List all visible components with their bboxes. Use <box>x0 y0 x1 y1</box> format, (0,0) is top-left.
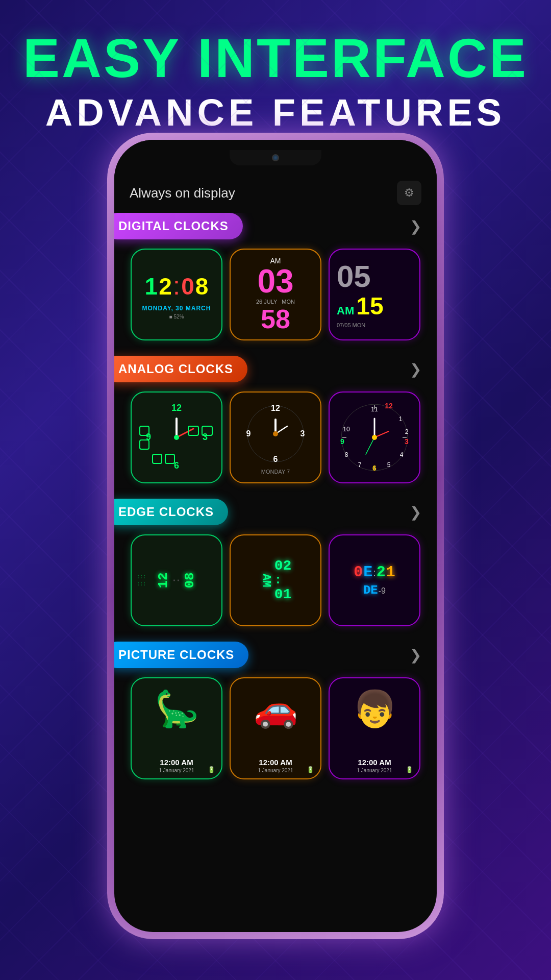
picture-clock-1-display: 🦕 12:00 AM 1 January 2021 🔋 <box>132 678 221 778</box>
edge-2-dot1: : <box>274 574 292 586</box>
screen-content: DIGITAL CLOCKS ❯ 1 2 : 0 <box>114 213 437 932</box>
d1-min-tens: 0 <box>181 273 194 300</box>
edge-3-colon: : <box>373 567 376 579</box>
d1-hour-tens: 1 <box>145 273 158 300</box>
svg-text:12: 12 <box>171 403 181 413</box>
analog-clock-2-svg: 12 3 6 9 MONDAY 7 <box>236 398 315 477</box>
analog-clock-2[interactable]: 12 3 6 9 MONDAY 7 <box>230 391 321 483</box>
picture-3-battery: 🔋 <box>406 766 413 773</box>
picture-clock-1[interactable]: 🦕 12:00 AM 1 January 2021 🔋 <box>131 677 222 779</box>
phone-outer: Always on display ⚙ DIGITAL CLOCKS ❯ <box>107 133 444 939</box>
svg-text:7: 7 <box>358 461 361 469</box>
picture-clock-grid: 🦕 12:00 AM 1 January 2021 🔋 🚗 12:00 AM <box>124 677 427 779</box>
screen-header: Always on display ⚙ <box>114 176 437 213</box>
svg-text:11: 11 <box>371 406 378 413</box>
d3-ampm-row: AM 15 <box>337 292 384 320</box>
edge-1-hour: 12 <box>157 572 170 588</box>
screen-title: Always on display <box>130 185 235 201</box>
edge-1-s2: ::: <box>137 581 146 587</box>
picture-3-time: 12:00 AM <box>358 758 391 767</box>
d2-hour: 03 <box>257 265 293 298</box>
svg-text:1: 1 <box>398 415 402 423</box>
edge-1-sidebar: ::: ::: <box>137 574 146 587</box>
picture-2-battery: 🔋 <box>307 766 314 773</box>
edge-3-d1: DE <box>363 583 378 597</box>
digital-clock-1[interactable]: 1 2 : 0 8 MONDAY, 30 MARCH ■ 52% <box>131 249 222 340</box>
badge-edge[interactable]: EDGE CLOCKS <box>114 499 228 525</box>
edge-2-min: 01 <box>274 587 292 602</box>
category-edge: EDGE CLOCKS ❯ 12 : 08 <box>124 499 427 626</box>
picture-clock-2-display: 🚗 12:00 AM 1 January 2021 🔋 <box>231 678 320 778</box>
picture-2-emoji: 🚗 <box>245 681 306 737</box>
svg-text:4: 4 <box>399 451 403 458</box>
edge-3-h1: 0 <box>354 564 363 581</box>
svg-text:10: 10 <box>343 426 350 433</box>
edge-1-s1: ::: <box>137 574 146 580</box>
svg-point-22 <box>273 431 278 436</box>
edge-clock-3[interactable]: 0 E : 2 1 DE -9 <box>329 534 420 626</box>
phone-mockup: Always on display ⚙ DIGITAL CLOCKS ❯ <box>107 133 444 939</box>
header-title-main: EASY INTERFACE <box>0 31 551 86</box>
analog-clock-grid: 12 3 6 9 <box>124 391 427 483</box>
picture-clock-3[interactable]: 👦 12:00 AM 1 January 2021 🔋 <box>329 677 420 779</box>
category-picture: PICTURE CLOCKS ❯ 🦕 12:00 AM 1 January 20… <box>124 642 427 779</box>
settings-icon: ⚙ <box>404 186 414 200</box>
digital-clock-2-display: AM 03 26 JULY MON 58 <box>231 250 320 339</box>
badge-digital[interactable]: DIGITAL CLOCKS <box>114 213 243 239</box>
category-analog-header: ANALOG CLOCKS ❯ <box>124 356 427 382</box>
d3-min: 15 <box>356 292 383 320</box>
category-edge-header: EDGE CLOCKS ❯ <box>124 499 427 525</box>
svg-text:12: 12 <box>271 404 280 412</box>
picture-1-battery: 🔋 <box>208 766 215 773</box>
svg-text:5: 5 <box>387 461 390 469</box>
digital-clock-3[interactable]: 05 AM 15 07/05 MON <box>329 249 420 340</box>
category-digital: DIGITAL CLOCKS ❯ 1 2 : 0 <box>124 213 427 340</box>
chevron-analog[interactable]: ❯ <box>410 361 421 378</box>
picture-1-date: 1 January 2021 <box>159 768 194 773</box>
digital-clock-1-display: 1 2 : 0 8 MONDAY, 30 MARCH ■ 52% <box>132 250 221 339</box>
settings-button[interactable]: ⚙ <box>397 181 421 205</box>
d1-battery: ■ 52% <box>169 314 184 320</box>
picture-clock-2[interactable]: 🚗 12:00 AM 1 January 2021 🔋 <box>230 677 321 779</box>
category-analog: ANALOG CLOCKS ❯ 12 3 6 9 <box>124 356 427 483</box>
svg-text:6: 6 <box>372 464 377 472</box>
chevron-picture[interactable]: ❯ <box>410 647 421 664</box>
edge-clock-grid: 12 : 08 ::: ::: <box>124 534 427 626</box>
edge-3-m1: 2 <box>377 564 386 581</box>
edge-clock-1[interactable]: 12 : 08 ::: ::: <box>131 534 222 626</box>
edge-1-min: 08 <box>183 572 196 588</box>
analog-clock-1-svg: 12 3 6 9 <box>137 398 216 477</box>
edge-clock-1-display: 12 : 08 ::: ::: <box>132 535 221 625</box>
analog-clock-3[interactable]: 11 12 1 2 3 4 5 6 7 8 9 <box>329 391 420 483</box>
svg-text:12: 12 <box>385 402 393 410</box>
edge-clock-2[interactable]: AM 02 : 01 <box>230 534 321 626</box>
d1-date: MONDAY, 30 MARCH <box>142 305 211 312</box>
edge-3-sep: -9 <box>379 586 386 596</box>
svg-text:9: 9 <box>340 437 344 446</box>
svg-text:8: 8 <box>344 451 348 458</box>
badge-picture[interactable]: PICTURE CLOCKS <box>114 642 248 668</box>
svg-point-7 <box>174 435 179 440</box>
phone-inner: Always on display ⚙ DIGITAL CLOCKS ❯ <box>114 140 437 932</box>
edge-1-colon: : <box>171 577 182 583</box>
svg-text:MONDAY 7: MONDAY 7 <box>261 469 289 475</box>
d3-hour: 05 <box>337 261 371 292</box>
edge-clock-3-display: 0 E : 2 1 DE -9 <box>330 535 419 625</box>
phone-notch <box>230 150 321 165</box>
edge-2-hour: 02 <box>274 559 292 573</box>
chevron-digital[interactable]: ❯ <box>410 218 421 235</box>
phone-camera <box>272 154 279 161</box>
svg-text:9: 9 <box>246 429 251 438</box>
d1-colon: : <box>173 270 180 301</box>
analog-clock-1[interactable]: 12 3 6 9 <box>131 391 222 483</box>
chevron-edge[interactable]: ❯ <box>410 504 421 521</box>
svg-text:3: 3 <box>202 432 207 442</box>
edge-2-label: AM <box>260 574 272 587</box>
edge-3-m2: 1 <box>386 564 395 581</box>
edge-3-h2: E <box>363 564 372 581</box>
d1-hour-ones: 2 <box>159 273 172 300</box>
digital-clock-2[interactable]: AM 03 26 JULY MON 58 <box>230 249 321 340</box>
badge-analog[interactable]: ANALOG CLOCKS <box>114 356 247 382</box>
svg-text:3: 3 <box>300 429 305 438</box>
app-header: EASY INTERFACE ADVANCE FEATURES <box>0 0 551 150</box>
